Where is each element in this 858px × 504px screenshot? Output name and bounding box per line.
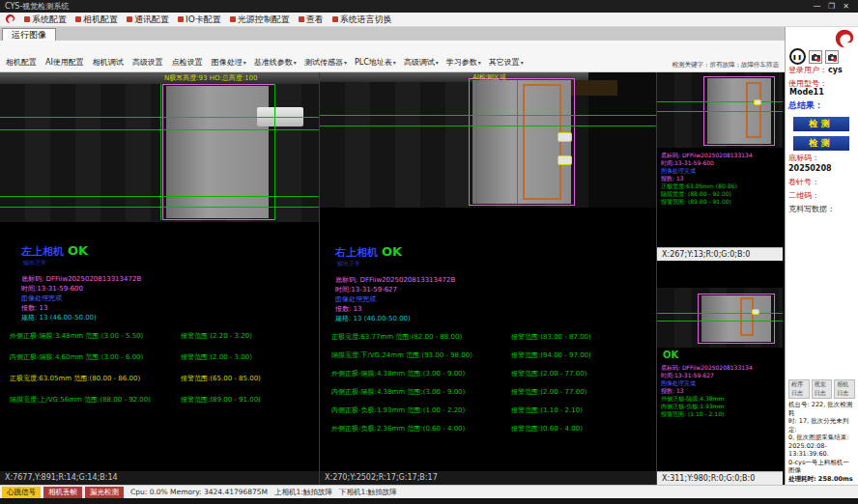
toolbar-plc-address[interactable]: PLC地址表▾ bbox=[355, 57, 396, 68]
barcode-label: 底标码： bbox=[788, 154, 819, 162]
camera-lost-badge: 相机丢帧 bbox=[43, 487, 82, 498]
toolbar-label: 相机配置 bbox=[6, 57, 37, 68]
ai-roi-outline bbox=[740, 297, 754, 336]
count-line: 报数: 13 bbox=[335, 304, 656, 314]
alarm-range: 报警范围:(2.00 - 3.00) bbox=[181, 352, 252, 362]
chevron-down-icon: ▾ bbox=[344, 59, 347, 66]
camera-image-small-2[interactable] bbox=[657, 288, 783, 348]
chevron-down-icon: ▾ bbox=[436, 59, 439, 66]
alarm-range: 报警范围:(2.20 - 3.20) bbox=[181, 331, 252, 341]
needle-field: 卷针号： bbox=[788, 178, 855, 186]
ai-roi-outline bbox=[746, 82, 761, 138]
log-tab-vision[interactable]: 视觉日志 bbox=[812, 379, 833, 399]
camera-image-small-1[interactable] bbox=[657, 72, 783, 148]
log-tab-camera[interactable]: 相机日志 bbox=[834, 379, 855, 399]
menu-bar: 系统配置 相机配置 通讯配置 IO卡配置 光源控制配置 查看 系统语言切换 bbox=[0, 13, 858, 27]
toolbar-label: 相机调试 bbox=[93, 57, 124, 68]
snapshot-button-1[interactable] bbox=[809, 50, 822, 64]
toolbar-camera-config[interactable]: 相机配置 bbox=[6, 57, 38, 68]
model-label: 使用型号： bbox=[788, 79, 827, 88]
window-titlebar: CYS-视觉检测系统 — ❐ ✕ bbox=[0, 0, 858, 13]
menu-icon bbox=[332, 16, 338, 22]
toolbar-image-process[interactable]: 图像处理▾ bbox=[212, 57, 246, 68]
minimize-icon[interactable]: — bbox=[810, 2, 824, 11]
alarm-range: 报警范围:(89.00 - 91.00) bbox=[181, 395, 261, 405]
camera-icon bbox=[812, 49, 820, 64]
menu-label: 查看 bbox=[306, 14, 324, 26]
result-box-2: 检测 bbox=[793, 136, 849, 151]
chevron-down-icon: ▾ bbox=[243, 59, 246, 66]
toolbar-test-sensor[interactable]: 测试传感器▾ bbox=[304, 57, 347, 68]
mid-row: 运行图像 相机配置 AI使用配置 相机调试 高级设置 点检设置 图像处理▾ 基准… bbox=[0, 27, 858, 485]
menu-item-camera-config[interactable]: 相机配置 bbox=[75, 14, 118, 26]
menu-icon bbox=[75, 16, 81, 22]
toolbar-label: 测试传感器 bbox=[304, 57, 343, 68]
machine-band bbox=[0, 72, 319, 84]
measurement-value: 内侧正极-负极:1.93mm 范围:(1.00 - 2.20) bbox=[331, 406, 511, 415]
stats-line: 处理耗时: 258.00ms bbox=[788, 475, 855, 484]
total-result-field: 总结果： bbox=[788, 101, 855, 110]
result-box-1: 检测 bbox=[793, 117, 849, 131]
guide-line bbox=[320, 126, 656, 126]
toolbar-learn-params[interactable]: 学习参数▾ bbox=[446, 57, 481, 68]
toolbar-advanced-debug[interactable]: 高级调试▾ bbox=[404, 57, 439, 68]
measurement-row: 隔膜宽度:下/VG:24mm 范围:(93.00 - 98.00)报警范围:(9… bbox=[331, 350, 652, 360]
measurement-line: 报警范围: (89.00 - 91.00) bbox=[661, 198, 779, 206]
guide-line bbox=[657, 313, 783, 314]
menu-item-light-config[interactable]: 光源控制配置 bbox=[230, 14, 290, 26]
menu-item-comm-config[interactable]: 通讯配置 bbox=[127, 14, 169, 26]
menu-item-system-config[interactable]: 系统配置 bbox=[24, 14, 67, 26]
barcode-line: 底标码: DFFiiw2025020813313472B bbox=[21, 274, 319, 284]
tab-run-image[interactable]: 运行图像 bbox=[2, 28, 56, 41]
camera-image-right[interactable]: AI检测区域 bbox=[320, 72, 656, 208]
alarm-range: 报警范围:(1.10 - 2.10) bbox=[511, 406, 583, 415]
maximize-icon[interactable]: ❐ bbox=[824, 2, 839, 11]
toolbar-label: 高级调试 bbox=[404, 57, 435, 68]
toolbar-label: AI使用配置 bbox=[45, 57, 84, 68]
measurement-row: 内侧正极-负极:1.93mm 范围:(1.00 - 2.20)报警范围:(1.1… bbox=[331, 406, 652, 415]
toolbar-camera-debug[interactable]: 相机调试 bbox=[93, 57, 125, 68]
chevron-down-icon: ▾ bbox=[521, 59, 524, 66]
toolbar-advanced-settings[interactable]: 高级设置 bbox=[132, 57, 164, 68]
toolbar-label: 其它设置 bbox=[489, 57, 520, 68]
light-leak-badge: 漏光检测 bbox=[85, 487, 124, 498]
process-line: 图像处理完成 bbox=[661, 167, 779, 175]
menu-item-io-config[interactable]: IO卡配置 bbox=[178, 14, 221, 26]
stats-line: 2025:02:08-13:31:39:60. bbox=[788, 442, 855, 459]
main-area: N极耳高度:93 HO:总高度:100 左上相机 OK 输出正常 底标码: DF… bbox=[0, 72, 785, 485]
menu-label: 通讯配置 bbox=[134, 14, 169, 26]
toolbar-spot-check[interactable]: 点检设置 bbox=[172, 57, 204, 68]
log-tab-program[interactable]: 程序日志 bbox=[788, 379, 810, 399]
count-line: 报数: 13 bbox=[661, 387, 779, 395]
barcode-line: 底标码: DFFiiw2025020813313472B bbox=[335, 275, 656, 285]
login-user-label: 登录用户： bbox=[788, 66, 827, 74]
write-data-label: 克料写数据： bbox=[788, 205, 835, 213]
measurement-line: 报警范围: (1.10 - 2.10) bbox=[661, 410, 779, 418]
toolbar-ai-config[interactable]: AI使用配置 bbox=[45, 57, 85, 68]
menu-item-view[interactable]: 查看 bbox=[299, 14, 324, 26]
measurement-row: 正极宽度:63.77mm 范围:(82.00 - 88.00)报警范围:(83.… bbox=[331, 332, 652, 342]
measurement-value: 外侧正极-隔膜:3.48mm 范围:(3.00 - 5.50) bbox=[10, 331, 181, 341]
camera-result-subtitle: 输出正常 bbox=[23, 259, 319, 267]
lower-camera-alarm: 下相机1:触拍故障 bbox=[339, 488, 397, 497]
spec-line: 规格: 13 (46.00-50.00) bbox=[335, 314, 656, 323]
result-overlay-left: 左上相机 OK 输出正常 底标码: DFFiiw2025020813313472… bbox=[0, 222, 319, 471]
menu-item-language-switch[interactable]: 系统语言切换 bbox=[332, 14, 392, 26]
toolbar: 相机配置 AI使用配置 相机调试 高级设置 点检设置 图像处理▾ 基准线参数▾ … bbox=[0, 41, 785, 72]
pixel-coords-small-1: X:267;Y:13;R:0;G:0;B:0 bbox=[657, 247, 783, 261]
pause-button[interactable]: ❚❚ bbox=[789, 48, 806, 65]
toolbar-baseline-params[interactable]: 基准线参数▾ bbox=[254, 57, 297, 68]
process-line: 图像处理完成 bbox=[335, 294, 656, 304]
time-line: 时间:13-31-59-600 bbox=[21, 284, 319, 294]
guide-line bbox=[0, 196, 319, 197]
close-icon[interactable]: ✕ bbox=[839, 2, 853, 11]
snapshot-button-2[interactable] bbox=[825, 50, 839, 64]
cell-region bbox=[701, 295, 771, 342]
tab-label: 运行图像 bbox=[12, 30, 46, 40]
alarm-range: 报警范围:(2.00 - 77.00) bbox=[511, 387, 586, 397]
window-title: CYS-视觉检测系统 bbox=[5, 1, 810, 12]
camera-image-left[interactable]: N极耳高度:93 HO:总高度:100 bbox=[0, 72, 319, 222]
menu-label: 系统配置 bbox=[32, 14, 67, 26]
login-user-value: cys bbox=[828, 66, 843, 74]
toolbar-other-settings[interactable]: 其它设置▾ bbox=[489, 57, 524, 68]
